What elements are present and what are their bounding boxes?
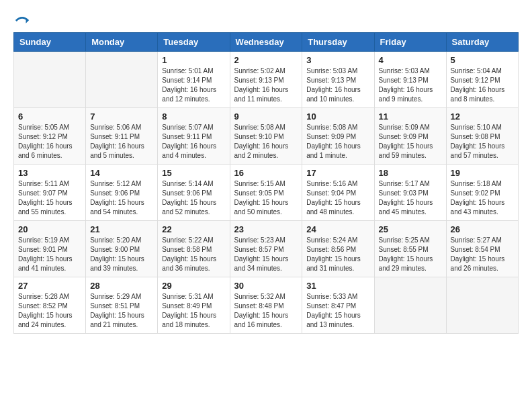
day-info: Sunrise: 5:01 AM Sunset: 9:14 PM Dayligh… bbox=[162, 66, 225, 104]
calendar-cell: 31Sunrise: 5:33 AM Sunset: 8:47 PM Dayli… bbox=[302, 277, 374, 334]
day-number: 20 bbox=[18, 224, 81, 234]
calendar-week-row: 1Sunrise: 5:01 AM Sunset: 9:14 PM Daylig… bbox=[14, 52, 519, 108]
day-info: Sunrise: 5:22 AM Sunset: 8:58 PM Dayligh… bbox=[162, 236, 225, 273]
day-number: 25 bbox=[379, 224, 442, 234]
calendar-header-friday: Friday bbox=[374, 33, 446, 52]
day-number: 28 bbox=[90, 281, 153, 291]
calendar-cell: 8Sunrise: 5:07 AM Sunset: 9:11 PM Daylig… bbox=[158, 108, 230, 165]
calendar-cell: 17Sunrise: 5:16 AM Sunset: 9:04 PM Dayli… bbox=[302, 165, 374, 221]
logo bbox=[13, 13, 30, 26]
day-number: 31 bbox=[306, 281, 369, 291]
calendar-header-thursday: Thursday bbox=[302, 33, 374, 52]
day-info: Sunrise: 5:24 AM Sunset: 8:56 PM Dayligh… bbox=[306, 236, 369, 273]
calendar-cell: 14Sunrise: 5:12 AM Sunset: 9:06 PM Dayli… bbox=[86, 165, 158, 221]
day-info: Sunrise: 5:14 AM Sunset: 9:06 PM Dayligh… bbox=[162, 179, 225, 217]
day-info: Sunrise: 5:28 AM Sunset: 8:52 PM Dayligh… bbox=[18, 292, 81, 330]
calendar-table: SundayMondayTuesdayWednesdayThursdayFrid… bbox=[13, 32, 519, 334]
day-number: 18 bbox=[379, 168, 442, 178]
calendar-week-row: 6Sunrise: 5:05 AM Sunset: 9:12 PM Daylig… bbox=[14, 108, 519, 165]
calendar-cell: 30Sunrise: 5:32 AM Sunset: 8:48 PM Dayli… bbox=[230, 277, 302, 334]
day-number: 11 bbox=[379, 111, 442, 122]
day-info: Sunrise: 5:12 AM Sunset: 9:06 PM Dayligh… bbox=[90, 179, 153, 217]
calendar-week-row: 13Sunrise: 5:11 AM Sunset: 9:07 PM Dayli… bbox=[14, 165, 519, 221]
calendar-cell: 1Sunrise: 5:01 AM Sunset: 9:14 PM Daylig… bbox=[158, 52, 230, 108]
day-info: Sunrise: 5:05 AM Sunset: 9:12 PM Dayligh… bbox=[18, 123, 81, 161]
calendar-header-monday: Monday bbox=[86, 33, 158, 52]
calendar-cell: 25Sunrise: 5:25 AM Sunset: 8:55 PM Dayli… bbox=[374, 221, 446, 277]
calendar-cell: 5Sunrise: 5:04 AM Sunset: 9:12 PM Daylig… bbox=[446, 52, 518, 108]
calendar-cell: 26Sunrise: 5:27 AM Sunset: 8:54 PM Dayli… bbox=[446, 221, 518, 277]
day-number: 3 bbox=[306, 55, 369, 65]
calendar-week-row: 27Sunrise: 5:28 AM Sunset: 8:52 PM Dayli… bbox=[14, 277, 519, 334]
calendar-cell: 16Sunrise: 5:15 AM Sunset: 9:05 PM Dayli… bbox=[230, 165, 302, 221]
day-info: Sunrise: 5:31 AM Sunset: 8:49 PM Dayligh… bbox=[162, 292, 225, 330]
day-number: 19 bbox=[451, 168, 514, 178]
day-info: Sunrise: 5:18 AM Sunset: 9:02 PM Dayligh… bbox=[451, 179, 514, 217]
day-number: 17 bbox=[306, 168, 369, 178]
calendar-cell: 24Sunrise: 5:24 AM Sunset: 8:56 PM Dayli… bbox=[302, 221, 374, 277]
calendar-cell: 7Sunrise: 5:06 AM Sunset: 9:11 PM Daylig… bbox=[86, 108, 158, 165]
calendar-cell: 6Sunrise: 5:05 AM Sunset: 9:12 PM Daylig… bbox=[14, 108, 86, 165]
calendar-cell bbox=[374, 277, 446, 334]
day-info: Sunrise: 5:20 AM Sunset: 9:00 PM Dayligh… bbox=[90, 236, 153, 273]
calendar-cell: 2Sunrise: 5:02 AM Sunset: 9:13 PM Daylig… bbox=[230, 52, 302, 108]
calendar-cell bbox=[14, 52, 86, 108]
day-number: 26 bbox=[451, 224, 514, 234]
day-number: 16 bbox=[234, 168, 298, 178]
day-info: Sunrise: 5:07 AM Sunset: 9:11 PM Dayligh… bbox=[162, 123, 225, 161]
calendar-cell: 20Sunrise: 5:19 AM Sunset: 9:01 PM Dayli… bbox=[14, 221, 86, 277]
day-number: 27 bbox=[18, 281, 81, 291]
calendar-cell bbox=[86, 52, 158, 108]
day-info: Sunrise: 5:08 AM Sunset: 9:09 PM Dayligh… bbox=[306, 123, 369, 161]
calendar-cell: 15Sunrise: 5:14 AM Sunset: 9:06 PM Dayli… bbox=[158, 165, 230, 221]
day-number: 15 bbox=[162, 168, 225, 178]
calendar-cell: 13Sunrise: 5:11 AM Sunset: 9:07 PM Dayli… bbox=[14, 165, 86, 221]
day-number: 23 bbox=[234, 224, 298, 234]
day-info: Sunrise: 5:03 AM Sunset: 9:13 PM Dayligh… bbox=[306, 66, 369, 104]
calendar-cell: 22Sunrise: 5:22 AM Sunset: 8:58 PM Dayli… bbox=[158, 221, 230, 277]
day-number: 9 bbox=[234, 111, 298, 122]
day-info: Sunrise: 5:02 AM Sunset: 9:13 PM Dayligh… bbox=[234, 66, 298, 104]
day-number: 24 bbox=[306, 224, 369, 234]
calendar-week-row: 20Sunrise: 5:19 AM Sunset: 9:01 PM Dayli… bbox=[14, 221, 519, 277]
calendar-cell: 28Sunrise: 5:29 AM Sunset: 8:51 PM Dayli… bbox=[86, 277, 158, 334]
calendar-cell: 27Sunrise: 5:28 AM Sunset: 8:52 PM Dayli… bbox=[14, 277, 86, 334]
day-number: 5 bbox=[451, 55, 514, 65]
day-info: Sunrise: 5:03 AM Sunset: 9:13 PM Dayligh… bbox=[379, 66, 442, 104]
calendar-cell: 19Sunrise: 5:18 AM Sunset: 9:02 PM Dayli… bbox=[446, 165, 518, 221]
day-info: Sunrise: 5:17 AM Sunset: 9:03 PM Dayligh… bbox=[379, 179, 442, 217]
day-number: 6 bbox=[18, 111, 81, 122]
day-info: Sunrise: 5:19 AM Sunset: 9:01 PM Dayligh… bbox=[18, 236, 81, 273]
day-number: 4 bbox=[379, 55, 442, 65]
calendar-header-sunday: Sunday bbox=[14, 33, 86, 52]
day-info: Sunrise: 5:08 AM Sunset: 9:10 PM Dayligh… bbox=[234, 123, 298, 161]
day-number: 7 bbox=[90, 111, 153, 122]
calendar-cell: 29Sunrise: 5:31 AM Sunset: 8:49 PM Dayli… bbox=[158, 277, 230, 334]
calendar-header-saturday: Saturday bbox=[446, 33, 518, 52]
day-info: Sunrise: 5:32 AM Sunset: 8:48 PM Dayligh… bbox=[234, 292, 298, 330]
day-info: Sunrise: 5:27 AM Sunset: 8:54 PM Dayligh… bbox=[451, 236, 514, 273]
day-info: Sunrise: 5:16 AM Sunset: 9:04 PM Dayligh… bbox=[306, 179, 369, 217]
calendar-cell: 4Sunrise: 5:03 AM Sunset: 9:13 PM Daylig… bbox=[374, 52, 446, 108]
page-header bbox=[13, 13, 519, 26]
day-info: Sunrise: 5:15 AM Sunset: 9:05 PM Dayligh… bbox=[234, 179, 298, 217]
day-number: 12 bbox=[451, 111, 514, 122]
day-number: 29 bbox=[162, 281, 225, 291]
day-info: Sunrise: 5:04 AM Sunset: 9:12 PM Dayligh… bbox=[451, 66, 514, 104]
calendar-cell: 9Sunrise: 5:08 AM Sunset: 9:10 PM Daylig… bbox=[230, 108, 302, 165]
day-info: Sunrise: 5:23 AM Sunset: 8:57 PM Dayligh… bbox=[234, 236, 298, 273]
day-number: 14 bbox=[90, 168, 153, 178]
day-info: Sunrise: 5:11 AM Sunset: 9:07 PM Dayligh… bbox=[18, 179, 81, 217]
day-info: Sunrise: 5:25 AM Sunset: 8:55 PM Dayligh… bbox=[379, 236, 442, 273]
day-info: Sunrise: 5:06 AM Sunset: 9:11 PM Dayligh… bbox=[90, 123, 153, 161]
calendar-header-row: SundayMondayTuesdayWednesdayThursdayFrid… bbox=[14, 33, 519, 52]
day-number: 22 bbox=[162, 224, 225, 234]
calendar-cell: 11Sunrise: 5:09 AM Sunset: 9:09 PM Dayli… bbox=[374, 108, 446, 165]
day-info: Sunrise: 5:29 AM Sunset: 8:51 PM Dayligh… bbox=[90, 292, 153, 330]
day-number: 30 bbox=[234, 281, 298, 291]
calendar-cell: 21Sunrise: 5:20 AM Sunset: 9:00 PM Dayli… bbox=[86, 221, 158, 277]
day-number: 21 bbox=[90, 224, 153, 234]
day-info: Sunrise: 5:33 AM Sunset: 8:47 PM Dayligh… bbox=[306, 292, 369, 330]
calendar-cell: 18Sunrise: 5:17 AM Sunset: 9:03 PM Dayli… bbox=[374, 165, 446, 221]
day-number: 1 bbox=[162, 55, 225, 65]
